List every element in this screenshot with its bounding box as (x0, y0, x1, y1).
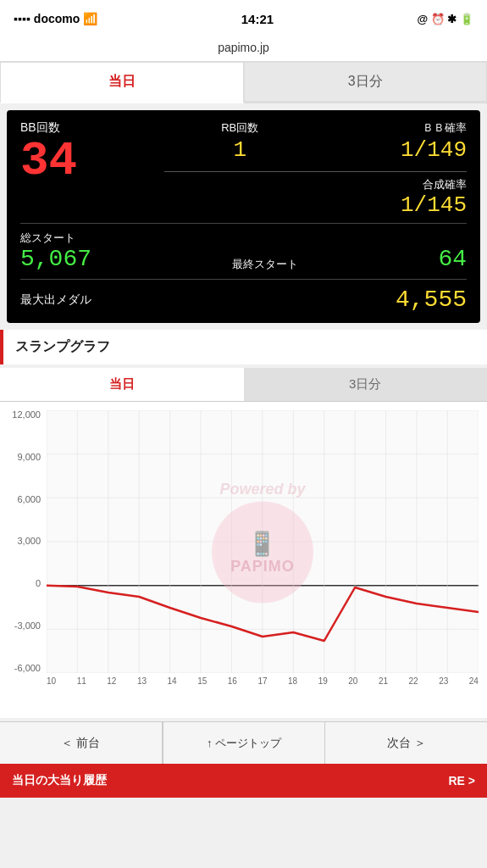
wifi-icon: 📶 (83, 12, 97, 25)
sub-bottom-arrow: RE > (448, 774, 475, 787)
rb-label: RB回数 (164, 120, 316, 136)
chart-tab-today[interactable]: 当日 (0, 368, 244, 401)
x-label-13: 13 (137, 676, 147, 686)
status-icons: @ ⏰ ✱ 🔋 (417, 13, 473, 25)
medal-value: 4,555 (396, 287, 467, 313)
y-label-0: 0 (36, 579, 41, 588)
total-start-value: 5,067 (20, 246, 91, 272)
y-label-neg6000: -6,000 (14, 664, 41, 673)
main-content: 当日 3日分 BB回数 34 RB回数 ＢＢ確率 1 1/149 合 (0, 62, 487, 798)
chart-area: Powered by 📱 PAPIMO (47, 410, 479, 673)
chart-svg (47, 410, 479, 673)
y-axis: 12,000 9,000 6,000 3,000 0 -3,000 -6,000 (0, 410, 44, 673)
chart-tab-container: 当日 3日分 (0, 368, 487, 402)
medal-label: 最大出メダル (20, 292, 91, 308)
top-tab-container: 当日 3日分 (0, 62, 487, 103)
prev-machine-button[interactable]: ＜ 前台 (0, 722, 163, 764)
gousei-label: 合成確率 (401, 177, 467, 192)
total-start-label: 総スタート (20, 231, 91, 246)
chart-tab-3days[interactable]: 3日分 (244, 368, 488, 401)
x-label-22: 22 (409, 676, 418, 686)
tab-today[interactable]: 当日 (0, 62, 244, 103)
bb-rate-value: 1/149 (316, 137, 468, 163)
x-label-16: 16 (228, 676, 237, 686)
y-label-9000: 9,000 (17, 453, 41, 462)
slump-section-header: スランプグラフ (0, 330, 487, 364)
x-label-17: 17 (257, 676, 267, 686)
status-left: ▪▪▪▪ docomo 📶 (14, 12, 97, 25)
last-start-value: 64 (438, 246, 467, 272)
sub-bottom-text: 当日の大当り履歴 (12, 773, 107, 788)
tab-3days[interactable]: 3日分 (244, 62, 488, 102)
gousei-value: 1/145 (401, 192, 467, 218)
page-top-button[interactable]: ↑ ページトップ (163, 722, 326, 764)
next-machine-button[interactable]: 次台 ＞ (325, 722, 487, 764)
stats-card: BB回数 34 RB回数 ＢＢ確率 1 1/149 合成確率 1/145 (7, 110, 480, 323)
rb-value: 1 (164, 137, 316, 163)
x-label-11: 11 (77, 676, 86, 686)
x-label-21: 21 (379, 676, 388, 686)
y-label-neg3000: -3,000 (14, 621, 41, 631)
status-bar: ▪▪▪▪ docomo 📶 14:21 @ ⏰ ✱ 🔋 (0, 0, 487, 37)
y-label-6000: 6,000 (17, 495, 41, 504)
x-label-10: 10 (47, 676, 56, 686)
carrier-label: docomo (34, 12, 80, 25)
time-display: 14:21 (241, 12, 274, 26)
bb-count-value: 34 (20, 137, 164, 185)
bottom-nav: ＜ 前台 ↑ ページトップ 次台 ＞ (0, 721, 487, 764)
url-bar: papimo.jp (0, 37, 487, 62)
signal-icon: ▪▪▪▪ (14, 12, 30, 25)
y-label-3000: 3,000 (17, 537, 41, 546)
section-title: スランプグラフ (15, 338, 110, 356)
x-label-18: 18 (288, 676, 297, 686)
status-right: @ ⏰ ✱ 🔋 (417, 13, 473, 25)
x-label-20: 20 (348, 676, 357, 686)
last-start-label: 最終スタート (232, 257, 298, 272)
chart-outer: 当日 3日分 12,000 9,000 6,000 3,000 0 -3,000… (0, 368, 487, 718)
chart-wrapper: 12,000 9,000 6,000 3,000 0 -3,000 -6,000… (0, 402, 487, 711)
x-label-15: 15 (197, 676, 207, 686)
bb-rate-label: ＢＢ確率 (316, 120, 468, 136)
y-label-12000: 12,000 (12, 410, 41, 420)
url-text: papimo.jp (218, 41, 269, 54)
x-label-12: 12 (107, 676, 116, 686)
x-label-14: 14 (168, 676, 177, 686)
sub-bottom-bar: 当日の大当り履歴 RE > (0, 764, 487, 798)
x-label-19: 19 (318, 676, 328, 686)
x-label-24: 24 (469, 676, 479, 686)
x-label-23: 23 (439, 676, 448, 686)
x-axis: 10 11 12 13 14 15 16 17 18 19 20 21 22 2… (47, 673, 479, 686)
